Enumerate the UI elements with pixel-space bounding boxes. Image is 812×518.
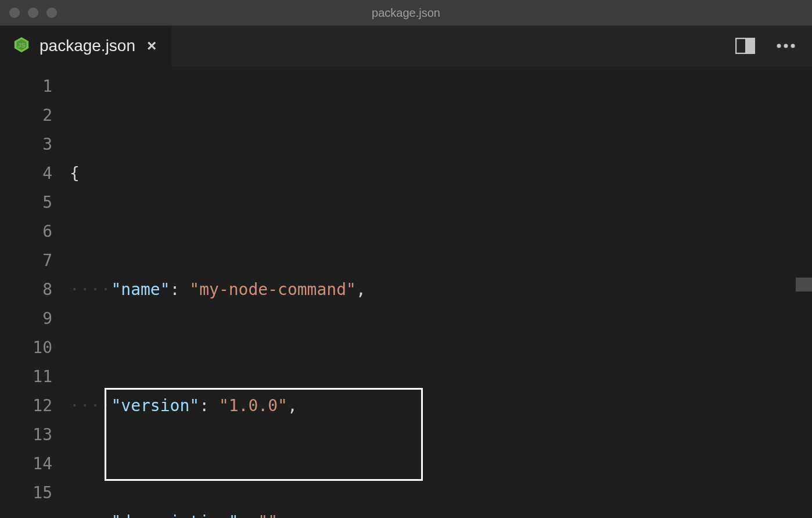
line-number: 10 [0,333,52,362]
tab-label: package.json [39,37,135,55]
line-number: 5 [0,188,52,217]
line-number: 9 [0,304,52,333]
code-content[interactable]: { ····"name": "my-node-command", ····"ve… [70,66,812,518]
svg-point-3 [777,44,781,48]
window-title: package.json [372,6,440,20]
code-line[interactable]: ····"description": "", [70,508,812,518]
line-number-gutter: 1 2 3 4 5 6 7 8 9 10 11 12 13 14 15 [0,66,70,518]
line-number: 14 [0,449,52,479]
scrollbar-thumb[interactable] [796,278,812,292]
traffic-lights [0,8,57,18]
line-number: 6 [0,217,52,246]
close-icon[interactable]: × [145,37,159,55]
line-number: 12 [0,391,52,420]
editor-actions [735,26,812,66]
line-number: 7 [0,246,52,275]
line-number: 11 [0,362,52,391]
split-editor-icon[interactable] [735,38,755,54]
traffic-light-close[interactable] [9,8,20,18]
svg-text:JS: JS [17,42,26,49]
svg-rect-2 [745,38,754,53]
traffic-light-minimize[interactable] [28,8,38,18]
line-number: 4 [0,159,52,188]
more-actions-icon[interactable] [776,43,796,49]
line-number: 15 [0,479,52,508]
code-line[interactable]: ····"name": "my-node-command", [70,275,812,304]
line-number: 8 [0,275,52,304]
svg-point-5 [791,44,795,48]
code-line[interactable]: ····"version": "1.0.0", [70,391,812,420]
line-number: 1 [0,72,52,101]
line-number: 2 [0,101,52,130]
nodejs-icon: JS [13,36,30,56]
traffic-light-zoom[interactable] [46,8,57,18]
line-number: 13 [0,420,52,449]
line-number: 3 [0,130,52,159]
tab-bar: JS package.json × [0,26,812,66]
tab-package-json[interactable]: JS package.json × [0,26,172,66]
titlebar: package.json [0,0,812,26]
code-editor[interactable]: 1 2 3 4 5 6 7 8 9 10 11 12 13 14 15 { ··… [0,66,812,518]
svg-point-4 [784,44,788,48]
code-line[interactable]: { [70,159,812,188]
